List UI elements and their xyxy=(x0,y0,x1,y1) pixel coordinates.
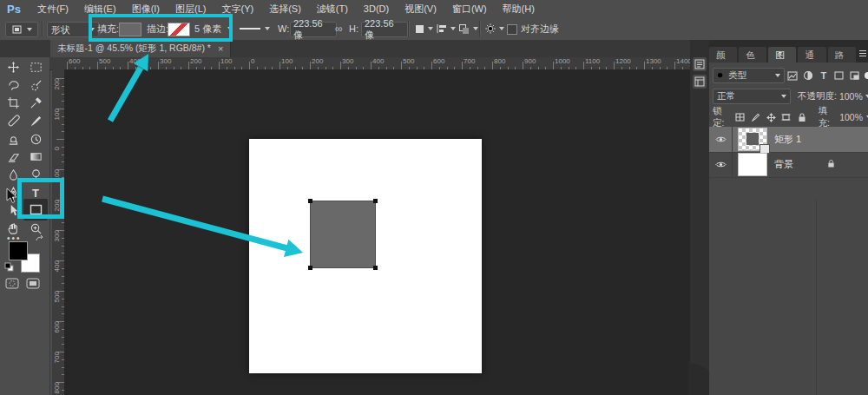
path-operations-button[interactable] xyxy=(414,22,433,36)
layer-thumbnail-background[interactable] xyxy=(738,153,767,176)
tab-channels[interactable]: 通道 xyxy=(798,47,825,63)
lock-all-icon[interactable] xyxy=(796,111,808,123)
align-edges-label: 对齐边缘 xyxy=(521,22,559,36)
solid-line-icon xyxy=(240,28,260,30)
width-value: 223.56 像 xyxy=(293,18,333,42)
filter-shape-layers-icon[interactable] xyxy=(832,69,846,82)
anchor-top-left[interactable] xyxy=(308,199,312,203)
menu-help[interactable]: 帮助(H) xyxy=(495,3,542,16)
menu-select[interactable]: 选择(S) xyxy=(261,3,309,16)
menu-view[interactable]: 视图(V) xyxy=(397,3,444,16)
default-colors-icon[interactable] xyxy=(4,262,14,273)
height-input[interactable]: 223.56 像 xyxy=(361,22,408,37)
menu-file[interactable]: 文件(F) xyxy=(30,3,76,16)
stamp-icon xyxy=(7,133,20,146)
close-tab-icon[interactable]: × xyxy=(218,43,223,54)
quick-mask-button[interactable] xyxy=(5,278,19,291)
lock-pixels-icon[interactable] xyxy=(749,111,761,123)
document-tab[interactable]: 未标题-1 @ 45.5% (矩形 1, RGB/8#) * × xyxy=(50,40,231,57)
gear-icon xyxy=(484,23,496,35)
lock-artboard-icon[interactable] xyxy=(780,111,792,123)
filter-smart-object-icon[interactable] xyxy=(847,69,861,82)
tab-color[interactable]: 颜色 xyxy=(709,47,737,63)
filter-pixel-layers-icon[interactable] xyxy=(786,69,800,82)
lasso-icon xyxy=(7,79,20,92)
bandage-icon xyxy=(7,115,20,128)
panel-dock: 颜色 色板 图层 通道 路径 类型 T xyxy=(709,40,868,395)
screen-mode-button[interactable] xyxy=(26,278,40,291)
tab-swatches[interactable]: 色板 xyxy=(739,47,766,63)
menu-filter[interactable]: 滤镜(T) xyxy=(309,3,356,16)
link-wh-icon[interactable]: ∞ xyxy=(335,22,343,36)
layers-panel: 类型 T 正常 不透明度: 100% xyxy=(709,63,868,395)
visibility-toggle[interactable] xyxy=(709,127,733,152)
caret-down-icon xyxy=(499,27,504,30)
height-value: 223.56 像 xyxy=(365,18,404,42)
lock-position-icon[interactable] xyxy=(765,111,777,123)
layer-row-background[interactable]: 背景 xyxy=(709,152,868,178)
anchor-top-right[interactable] xyxy=(373,199,378,203)
history-panel-button[interactable] xyxy=(693,57,707,71)
extra-options-gear-button[interactable] xyxy=(484,22,504,36)
anchor-bottom-right[interactable] xyxy=(373,266,378,270)
history-brush-tool[interactable] xyxy=(26,131,45,148)
marquee-icon xyxy=(30,61,43,74)
path-alignment-icon xyxy=(436,23,448,34)
marquee-tool[interactable] xyxy=(26,59,45,76)
crop-tool[interactable] xyxy=(3,95,23,111)
panel-menu-button[interactable] xyxy=(858,47,868,59)
layer-filter-type-select[interactable]: 类型 xyxy=(713,68,785,83)
width-input[interactable]: 223.56 像 xyxy=(290,22,337,37)
caret-down-icon xyxy=(450,27,456,30)
layer-row-rectangle[interactable]: 矩形 1 xyxy=(709,127,868,153)
tool-mode-value: 形状 xyxy=(51,23,70,36)
dock-collapsed-strip xyxy=(690,40,709,395)
ruler-horizontal[interactable]: 6005004003002001000100200300400500600700… xyxy=(52,57,690,70)
anchor-bottom-left[interactable] xyxy=(308,266,312,270)
lock-transparency-icon[interactable] xyxy=(734,111,746,123)
width-label: W: xyxy=(278,22,289,36)
align-edges-checkbox[interactable] xyxy=(507,24,517,35)
lasso-tool[interactable] xyxy=(3,77,23,94)
blend-mode-value: 正常 xyxy=(717,90,735,102)
filtering-toggle-dot[interactable] xyxy=(865,72,868,79)
stroke-type-dropdown[interactable] xyxy=(240,22,273,36)
thumbnail-shape-preview xyxy=(746,133,759,145)
filter-adjustment-layers-icon[interactable] xyxy=(801,69,815,82)
shape-rectangle[interactable] xyxy=(310,201,376,268)
clone-stamp-tool[interactable] xyxy=(3,131,23,148)
properties-panel-button[interactable] xyxy=(693,75,707,89)
spot-healing-tool[interactable] xyxy=(3,113,23,129)
layer-name[interactable]: 矩形 1 xyxy=(774,133,801,146)
brush-tool[interactable] xyxy=(26,113,45,129)
eraser-tool[interactable] xyxy=(3,148,23,165)
path-arrangement-button[interactable] xyxy=(458,22,478,36)
opacity-value[interactable]: 100% xyxy=(839,91,863,102)
divider xyxy=(479,21,481,36)
eye-icon xyxy=(715,161,727,168)
blend-mode-select[interactable]: 正常 xyxy=(713,89,791,104)
menu-window[interactable]: 窗口(W) xyxy=(444,3,495,16)
move-tool[interactable] xyxy=(3,59,23,76)
layer-name[interactable]: 背景 xyxy=(774,158,793,171)
swap-colors-icon[interactable] xyxy=(35,234,45,245)
tool-preset-dropdown[interactable] xyxy=(5,22,38,37)
foreground-color-swatch[interactable] xyxy=(9,241,28,260)
panel-seam xyxy=(816,200,817,395)
caret-down-icon xyxy=(265,27,270,30)
tab-paths[interactable]: 路径 xyxy=(828,47,856,63)
eyedropper-icon xyxy=(30,96,43,109)
ruler-vertical[interactable]: 2001000100200300400500600700800 xyxy=(52,69,65,395)
eyedropper-tool[interactable] xyxy=(26,95,45,111)
filter-type-layers-icon[interactable]: T xyxy=(817,69,831,82)
visibility-toggle[interactable] xyxy=(709,152,733,177)
gradient-tool[interactable] xyxy=(26,148,45,165)
filter-type-value: 类型 xyxy=(728,69,746,82)
layer-thumbnail-shape[interactable] xyxy=(738,128,767,151)
path-alignment-button[interactable] xyxy=(436,22,456,36)
quick-selection-tool[interactable] xyxy=(26,77,45,94)
document-tab-bar: 未标题-1 @ 45.5% (矩形 1, RGB/8#) * × xyxy=(0,40,690,57)
menu-3d[interactable]: 3D(D) xyxy=(356,3,397,14)
tab-layers[interactable]: 图层 xyxy=(768,47,796,63)
layer-fill-value[interactable]: 100% xyxy=(839,112,863,122)
